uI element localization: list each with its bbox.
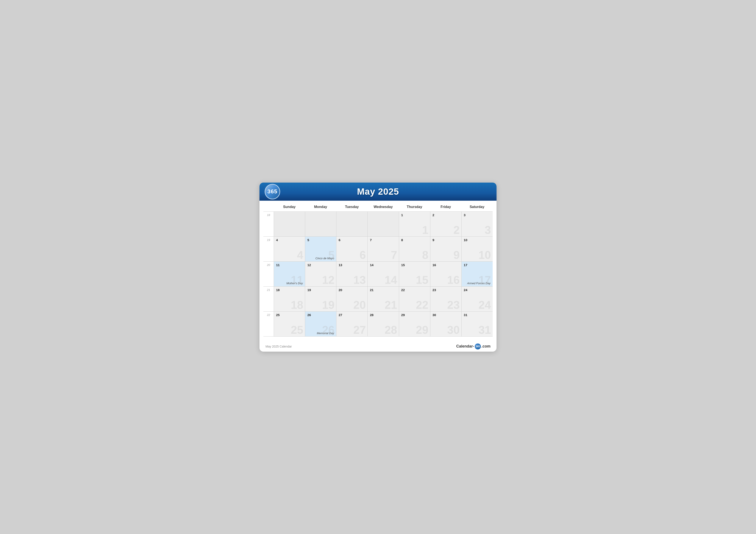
cell-watermark: 27 (353, 324, 366, 336)
cell-date-number: 3 (464, 213, 466, 217)
day-cell-13: 1313 (336, 262, 367, 286)
cell-date-number: 4 (276, 238, 278, 242)
cell-date-number: 1 (401, 213, 403, 217)
calendar-row-week-22: 2225252626Memorial Day272728282929303031… (263, 311, 493, 337)
day-cell-17: 1717Armed Forces Day (461, 262, 493, 286)
day-cell-empty-0-0 (274, 212, 305, 237)
calendar-grid: 18112233194455Cinco de Mayo6677889910102… (263, 212, 493, 337)
day-cell-18: 1818 (274, 287, 305, 311)
day-cell-19: 1919 (305, 287, 336, 311)
cell-holiday-label: Mother's Day (286, 282, 303, 285)
calendar-row-week-21: 211818191920202121222223232424 (263, 286, 493, 311)
day-cell-30: 3030 (430, 312, 461, 336)
day-cell-4: 44 (274, 237, 305, 261)
cell-watermark: 7 (391, 249, 397, 261)
cell-watermark: 23 (447, 299, 460, 311)
calendar-header: 365 May 2025 (259, 183, 497, 201)
cell-date-number: 11 (276, 263, 280, 267)
cell-date-number: 13 (338, 263, 342, 267)
cell-holiday-label: Armed Forces Day (467, 282, 491, 285)
cell-date-number: 30 (433, 313, 436, 317)
cell-watermark: 10 (478, 249, 491, 261)
cell-date-number: 14 (370, 263, 373, 267)
day-cell-6: 66 (336, 237, 367, 261)
day-header-wednesday: Wednesday (367, 203, 399, 211)
week-number-19: 19 (263, 237, 274, 261)
day-cell-empty-0-1 (305, 212, 336, 237)
calendar-footer: May 2025 Calendar Calendar- 365 .com (259, 341, 497, 352)
cell-watermark: 21 (385, 299, 397, 311)
cell-date-number: 22 (401, 288, 405, 292)
cell-watermark: 14 (385, 274, 397, 286)
day-header-saturday: Saturday (461, 203, 493, 211)
cell-date-number: 9 (433, 238, 434, 242)
cell-watermark: 18 (291, 299, 303, 311)
cell-watermark: 16 (447, 274, 460, 286)
logo-circle: 365 (265, 184, 280, 199)
footer-logo: Calendar- 365 .com (456, 343, 491, 349)
day-cell-21: 2121 (367, 287, 399, 311)
footer-logo-text-after: .com (481, 344, 491, 349)
cell-date-number: 28 (370, 313, 373, 317)
footer-logo-num: 365 (475, 343, 481, 349)
day-cell-empty-0-2 (336, 212, 367, 237)
cell-watermark: 25 (291, 324, 303, 336)
cell-date-number: 21 (370, 288, 373, 292)
cell-date-number: 18 (276, 288, 280, 292)
calendar-title: May 2025 (268, 187, 488, 197)
day-cell-23: 2323 (430, 287, 461, 311)
day-cell-9: 99 (430, 237, 461, 261)
cell-watermark: 6 (360, 249, 366, 261)
cell-date-number: 23 (433, 288, 436, 292)
day-cell-12: 1212 (305, 262, 336, 286)
cell-date-number: 26 (307, 313, 311, 317)
cell-watermark: 20 (353, 299, 366, 311)
cell-date-number: 25 (276, 313, 280, 317)
day-cell-7: 77 (367, 237, 399, 261)
cell-watermark: 19 (322, 299, 335, 311)
cell-date-number: 19 (307, 288, 311, 292)
day-headers: SundayMondayTuesdayWednesdayThursdayFrid… (263, 203, 493, 211)
day-cell-3: 33 (461, 212, 493, 237)
calendar-row-week-18: 18112233 (263, 212, 493, 237)
day-cell-20: 2020 (336, 287, 367, 311)
cell-date-number: 10 (464, 238, 468, 242)
day-cell-29: 2929 (399, 312, 430, 336)
cell-date-number: 29 (401, 313, 405, 317)
day-header-monday: Monday (305, 203, 336, 211)
cell-watermark: 2 (453, 224, 460, 236)
calendar-body: SundayMondayTuesdayWednesdayThursdayFrid… (259, 201, 497, 341)
cell-date-number: 16 (433, 263, 436, 267)
day-cell-11: 1111Mother's Day (274, 262, 305, 286)
day-header-tuesday: Tuesday (336, 203, 367, 211)
week-number-22: 22 (263, 312, 274, 336)
day-cell-24: 2424 (461, 287, 493, 311)
cell-watermark: 28 (385, 324, 397, 336)
day-header-thursday: Thursday (399, 203, 430, 211)
day-cell-31: 3131 (461, 312, 493, 336)
cell-watermark: 4 (297, 249, 303, 261)
cell-watermark: 24 (478, 299, 491, 311)
cell-watermark: 1 (422, 224, 428, 236)
day-cell-25: 2525 (274, 312, 305, 336)
day-cell-2: 22 (430, 212, 461, 237)
week-number-18: 18 (263, 212, 274, 237)
cell-date-number: 8 (401, 238, 403, 242)
day-cell-1: 11 (399, 212, 430, 237)
day-cell-26: 2626Memorial Day (305, 312, 336, 336)
day-header-friday: Friday (430, 203, 461, 211)
footer-left: May 2025 Calendar (265, 345, 292, 348)
day-cell-16: 1616 (430, 262, 461, 286)
cell-date-number: 2 (433, 213, 434, 217)
cell-watermark: 29 (416, 324, 428, 336)
day-cell-22: 2222 (399, 287, 430, 311)
day-cell-empty-0-3 (367, 212, 399, 237)
cell-watermark: 8 (422, 249, 428, 261)
cell-date-number: 15 (401, 263, 405, 267)
day-cell-14: 1414 (367, 262, 399, 286)
cell-date-number: 7 (370, 238, 371, 242)
calendar-row-week-20: 201111Mother's Day1212131314141515161617… (263, 261, 493, 286)
cell-date-number: 27 (338, 313, 342, 317)
cell-watermark: 30 (447, 324, 460, 336)
day-cell-10: 1010 (461, 237, 493, 261)
